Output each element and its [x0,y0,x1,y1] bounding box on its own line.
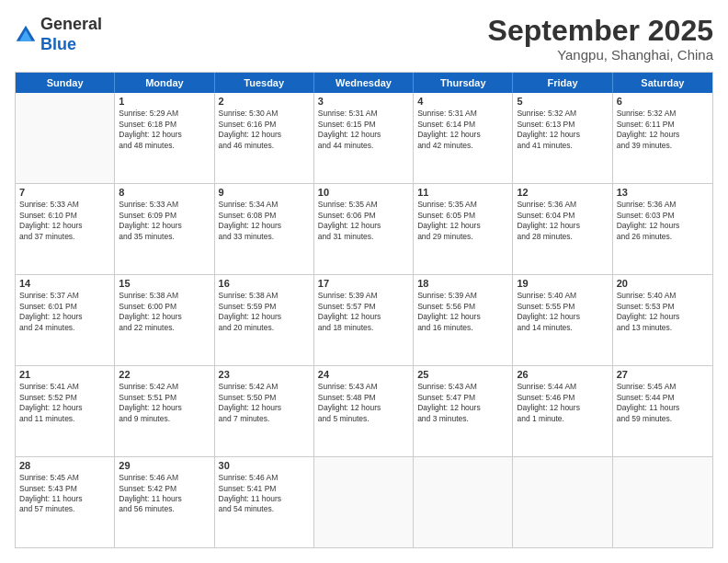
cell-info-line: Daylight: 12 hours [19,221,110,231]
logo-general: General [40,15,102,33]
calendar-cell: 3Sunrise: 5:31 AMSunset: 6:15 PMDaylight… [314,93,414,183]
cell-info-line: Sunset: 6:06 PM [318,211,409,221]
cell-info-line: Sunrise: 5:42 AM [119,382,210,392]
day-number: 5 [517,96,608,107]
month-title: September 2025 [488,15,713,47]
calendar-row-3: 21Sunrise: 5:41 AMSunset: 5:52 PMDayligh… [16,366,712,457]
cell-info-line: Sunrise: 5:40 AM [617,291,709,301]
day-number: 24 [318,369,409,380]
cell-info-line: Sunset: 5:47 PM [417,393,508,403]
cell-info-line: Sunrise: 5:32 AM [517,109,608,119]
calendar-cell: 24Sunrise: 5:43 AMSunset: 5:48 PMDayligh… [314,366,414,456]
cell-info-line: Daylight: 12 hours [318,312,409,322]
calendar-cell: 12Sunrise: 5:36 AMSunset: 6:04 PMDayligh… [513,184,612,274]
calendar: SundayMondayTuesdayWednesdayThursdayFrid… [15,72,713,548]
cell-info-line: Daylight: 12 hours [19,403,110,413]
cell-info-line: Sunrise: 5:44 AM [517,382,608,392]
cell-info-line: and 39 minutes. [617,141,709,151]
cell-info-line: Sunset: 5:44 PM [617,393,709,403]
cell-info-line: Sunset: 5:51 PM [119,393,210,403]
cell-info-line: Sunset: 5:48 PM [318,393,409,403]
cell-info-line: Sunrise: 5:43 AM [417,382,508,392]
day-number: 16 [219,278,310,289]
cell-info-line: Sunset: 6:13 PM [517,120,608,130]
calendar-cell: 9Sunrise: 5:34 AMSunset: 6:08 PMDaylight… [215,184,314,274]
calendar-cell: 7Sunrise: 5:33 AMSunset: 6:10 PMDaylight… [16,184,115,274]
header: General Blue September 2025 Yangpu, Shan… [15,15,713,63]
day-number: 10 [318,187,409,198]
cell-info-line: Sunset: 5:52 PM [19,393,110,403]
cell-info-line: Sunset: 5:57 PM [318,302,409,312]
day-number: 23 [219,369,310,380]
cell-info-line: Daylight: 12 hours [417,130,508,140]
header-day-thursday: Thursday [414,73,513,93]
cell-info-line: Sunrise: 5:43 AM [318,382,409,392]
cell-info-line: and 22 minutes. [119,323,210,333]
cell-info-line: Sunset: 5:46 PM [517,393,608,403]
calendar-cell: 19Sunrise: 5:40 AMSunset: 5:55 PMDayligh… [513,275,612,365]
cell-info-line: Sunset: 6:03 PM [617,211,709,221]
calendar-cell: 16Sunrise: 5:38 AMSunset: 5:59 PMDayligh… [215,275,314,365]
cell-info-line: and 41 minutes. [517,141,608,151]
day-number: 7 [19,187,110,198]
cell-info-line: Sunrise: 5:39 AM [417,291,508,301]
cell-info-line: Sunset: 6:01 PM [19,302,110,312]
cell-info-line: and 5 minutes. [318,414,409,424]
day-number: 14 [19,278,110,289]
cell-info-line: Daylight: 12 hours [219,312,310,322]
calendar-cell [613,457,712,547]
calendar-cell: 17Sunrise: 5:39 AMSunset: 5:57 PMDayligh… [314,275,414,365]
cell-info-line: and 42 minutes. [417,141,508,151]
cell-info-line: Sunset: 5:41 PM [219,484,310,494]
day-number: 1 [119,96,210,107]
cell-info-line: Sunrise: 5:41 AM [19,382,110,392]
cell-info-line: Sunset: 5:43 PM [19,484,110,494]
cell-info-line: Daylight: 12 hours [417,312,508,322]
cell-info-line: and 31 minutes. [318,232,409,242]
cell-info-line: Sunset: 6:11 PM [617,120,709,130]
cell-info-line: Sunset: 5:59 PM [219,302,310,312]
title-block: September 2025 Yangpu, Shanghai, China [488,15,713,63]
calendar-cell: 10Sunrise: 5:35 AMSunset: 6:06 PMDayligh… [314,184,414,274]
cell-info-line: and 56 minutes. [119,504,210,514]
cell-info-line: Sunset: 5:55 PM [517,302,608,312]
cell-info-line: and 24 minutes. [19,323,110,333]
cell-info-line: Sunrise: 5:31 AM [417,109,508,119]
calendar-row-4: 28Sunrise: 5:45 AMSunset: 5:43 PMDayligh… [16,457,712,547]
cell-info-line: Sunrise: 5:42 AM [219,382,310,392]
cell-info-line: Sunrise: 5:35 AM [318,200,409,210]
cell-info-line: Sunset: 6:05 PM [417,211,508,221]
cell-info-line: Daylight: 12 hours [417,221,508,231]
cell-info-line: Daylight: 11 hours [119,494,210,504]
cell-info-line: Sunset: 6:16 PM [219,120,310,130]
day-number: 2 [219,96,310,107]
calendar-cell: 2Sunrise: 5:30 AMSunset: 6:16 PMDaylight… [215,93,314,183]
calendar-cell: 27Sunrise: 5:45 AMSunset: 5:44 PMDayligh… [613,366,712,456]
cell-info-line: Daylight: 12 hours [119,403,210,413]
cell-info-line: Sunset: 5:42 PM [119,484,210,494]
header-day-sunday: Sunday [16,73,115,93]
calendar-header-row: SundayMondayTuesdayWednesdayThursdayFrid… [16,73,712,93]
calendar-cell: 15Sunrise: 5:38 AMSunset: 6:00 PMDayligh… [115,275,214,365]
cell-info-line: Daylight: 12 hours [119,130,210,140]
calendar-cell: 8Sunrise: 5:33 AMSunset: 6:09 PMDaylight… [115,184,214,274]
day-number: 17 [318,278,409,289]
header-day-tuesday: Tuesday [215,73,314,93]
day-number: 20 [617,278,709,289]
cell-info-line: Daylight: 12 hours [119,221,210,231]
cell-info-line: and 3 minutes. [417,414,508,424]
calendar-cell: 18Sunrise: 5:39 AMSunset: 5:56 PMDayligh… [414,275,513,365]
cell-info-line: and 28 minutes. [517,232,608,242]
cell-info-line: Daylight: 11 hours [19,494,110,504]
cell-info-line: and 16 minutes. [417,323,508,333]
day-number: 15 [119,278,210,289]
cell-info-line: Daylight: 12 hours [517,312,608,322]
cell-info-line: and 29 minutes. [417,232,508,242]
day-number: 25 [417,369,508,380]
cell-info-line: Sunrise: 5:45 AM [617,382,709,392]
calendar-cell: 11Sunrise: 5:35 AMSunset: 6:05 PMDayligh… [414,184,513,274]
day-number: 13 [617,187,709,198]
calendar-cell: 1Sunrise: 5:29 AMSunset: 6:18 PMDaylight… [115,93,214,183]
day-number: 22 [119,369,210,380]
day-number: 27 [617,369,709,380]
